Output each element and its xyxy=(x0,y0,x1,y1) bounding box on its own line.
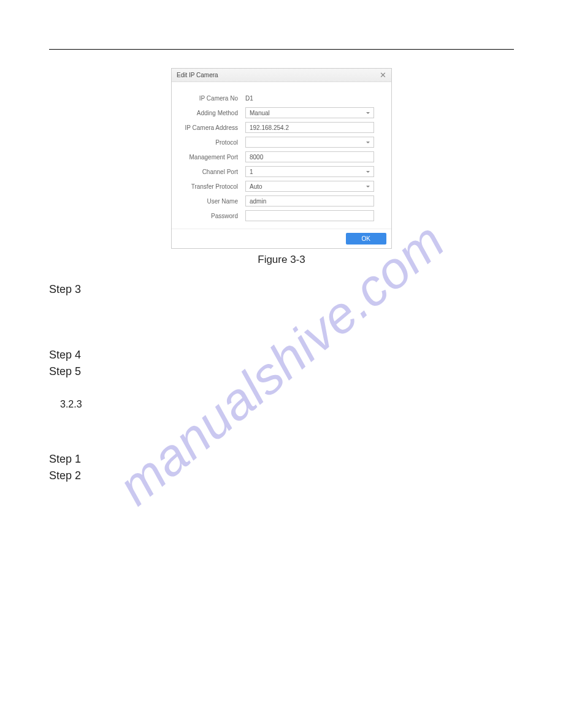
input-username[interactable]: admin xyxy=(245,195,374,207)
label-transfer-protocol: Transfer Protocol xyxy=(184,183,245,190)
step-2-label: Step 2 xyxy=(49,469,514,482)
field-row-channel-port: Channel Port 1 xyxy=(184,166,374,177)
step-3-label: Step 3 xyxy=(49,283,514,296)
chevron-down-icon xyxy=(366,186,370,188)
field-row-transfer-protocol: Transfer Protocol Auto xyxy=(184,181,374,192)
ok-button[interactable]: OK xyxy=(346,233,386,245)
field-row-username: User Name admin xyxy=(184,195,374,207)
field-row-protocol: Protocol xyxy=(184,137,374,148)
chevron-down-icon xyxy=(366,171,370,173)
close-icon[interactable]: ✕ xyxy=(380,71,386,79)
dialog-body: IP Camera No D1 Adding Method Manual IP … xyxy=(172,82,391,229)
input-password[interactable] xyxy=(245,210,374,221)
label-mgmt-port: Management Port xyxy=(184,154,245,161)
select-adding-method-value: Manual xyxy=(250,110,270,116)
field-row-camera-no: IP Camera No D1 xyxy=(184,93,374,104)
label-protocol: Protocol xyxy=(184,139,245,146)
dialog-figure: Edit IP Camera ✕ IP Camera No D1 Adding … xyxy=(171,68,392,249)
chevron-down-icon xyxy=(366,112,370,114)
horizontal-rule xyxy=(49,49,514,50)
select-channel-port[interactable]: 1 xyxy=(245,166,374,177)
select-transfer-protocol[interactable]: Auto xyxy=(245,181,374,192)
label-camera-no: IP Camera No xyxy=(184,95,245,102)
select-transfer-protocol-value: Auto xyxy=(250,183,262,190)
label-password: Password xyxy=(184,213,245,219)
field-row-password: Password xyxy=(184,210,374,221)
step-1-label: Step 1 xyxy=(49,453,514,466)
select-protocol[interactable] xyxy=(245,137,374,148)
dialog-titlebar: Edit IP Camera ✕ xyxy=(172,69,391,82)
document-page: manualshive.com Edit IP Camera ✕ IP Came… xyxy=(0,0,563,728)
figure-caption: Figure 3-3 xyxy=(49,254,514,266)
input-address-value: 192.168.254.2 xyxy=(250,124,289,131)
input-username-value: admin xyxy=(250,198,266,205)
label-username: User Name xyxy=(184,198,245,205)
label-adding-method: Adding Method xyxy=(184,110,245,116)
dialog-title-text: Edit IP Camera xyxy=(177,72,218,78)
field-row-adding-method: Adding Method Manual xyxy=(184,107,374,118)
dialog-footer: OK xyxy=(172,229,391,248)
select-channel-port-value: 1 xyxy=(250,169,253,175)
field-row-mgmt-port: Management Port 8000 xyxy=(184,151,374,162)
label-address: IP Camera Address xyxy=(184,124,245,131)
section-number: 3.2.3 xyxy=(60,399,514,410)
input-mgmt-port[interactable]: 8000 xyxy=(245,151,374,162)
chevron-down-icon xyxy=(366,142,370,143)
edit-ip-camera-dialog: Edit IP Camera ✕ IP Camera No D1 Adding … xyxy=(171,68,392,249)
step-5-label: Step 5 xyxy=(49,365,514,378)
select-adding-method[interactable]: Manual xyxy=(245,107,374,118)
label-channel-port: Channel Port xyxy=(184,169,245,175)
value-camera-no: D1 xyxy=(245,93,374,104)
input-address[interactable]: 192.168.254.2 xyxy=(245,122,374,133)
step-4-label: Step 4 xyxy=(49,349,514,362)
input-mgmt-port-value: 8000 xyxy=(250,154,263,161)
field-row-address: IP Camera Address 192.168.254.2 xyxy=(184,122,374,133)
